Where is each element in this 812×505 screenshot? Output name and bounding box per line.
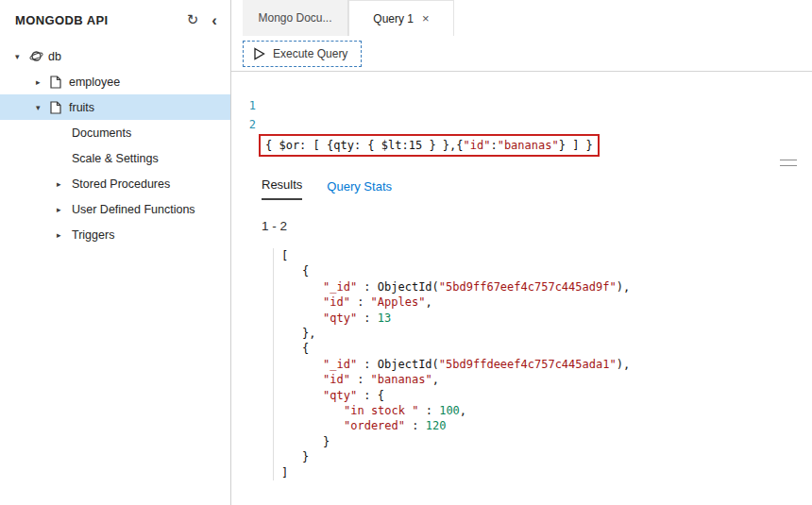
main-panel: Mongo Docu...Query 1× Execute Query 1 2 …: [231, 0, 812, 505]
tree-item-label: db: [48, 50, 61, 63]
splitter-grip-icon[interactable]: [780, 160, 797, 166]
json-segment-plain: [: [281, 249, 288, 262]
json-segment-key: "_id": [323, 358, 357, 371]
json-segment-string: "bananas": [371, 373, 432, 386]
tree-item-label: User Defined Functions: [72, 203, 195, 216]
json-line: "qty" : 13: [281, 311, 630, 326]
pane-splitter[interactable]: [231, 157, 812, 170]
json-segment-plain: ,: [425, 295, 431, 309]
json-result-view[interactable]: [{"_id" : ObjectId("5bd9ff67eef4c757c445…: [274, 248, 630, 480]
execute-query-label: Execute Query: [273, 47, 347, 60]
query-editor[interactable]: 1 2 { $or: [ {qty: { $lt:15 } },{"id":"b…: [231, 72, 812, 155]
results-tab-results[interactable]: Results: [262, 177, 302, 200]
json-segment-plain: :: [418, 404, 439, 417]
json-line: }: [281, 449, 630, 464]
chevron-collapsed-icon[interactable]: ▸: [57, 230, 71, 240]
chevron-expanded-icon[interactable]: ▾: [36, 103, 50, 112]
json-segment-plain: ,: [460, 404, 466, 417]
tab-mongo-docu[interactable]: Mongo Docu...: [243, 0, 348, 36]
tree-item-label: Documents: [72, 126, 131, 140]
json-line: }: [281, 434, 630, 449]
results-tab-query-stats[interactable]: Query Stats: [327, 179, 392, 200]
json-line: ]: [281, 465, 630, 480]
database-icon: [29, 49, 47, 63]
json-segment-plain: :: [357, 311, 378, 325]
json-segment-plain: }: [323, 435, 330, 448]
query-segment: :: [490, 139, 497, 152]
json-segment-number: 100: [439, 404, 460, 417]
json-line: "id" : "Apples",: [281, 295, 630, 310]
chevron-collapsed-icon[interactable]: ▸: [57, 205, 71, 214]
json-segment-string: "5bd9ffdeeef4c757c445ada1": [439, 358, 617, 371]
sidebar-header-icons: ↻ ‹: [187, 11, 217, 28]
tab-label: Query 1: [373, 12, 414, 25]
json-line: "_id" : ObjectId("5bd9ff67eef4c757c445ad…: [281, 279, 630, 295]
json-segment-plain: ,: [432, 373, 439, 386]
json-segment-key: "ordered": [344, 419, 405, 432]
json-line: "id" : "bananas",: [281, 372, 630, 387]
json-line: "in stock " : 100,: [281, 403, 630, 418]
tree-item-label: employee: [69, 76, 120, 89]
tree-item-stored-procedures[interactable]: ▸Stored Procedures: [0, 171, 230, 196]
json-segment-number: 120: [426, 419, 447, 432]
query-text-highlight-box[interactable]: { $or: [ {qty: { $lt:15 } },{"id":"banan…: [259, 134, 600, 157]
json-segment-plain: :: [350, 373, 371, 386]
json-segment-plain: ),: [617, 358, 630, 371]
json-line: "ordered" : 120: [281, 418, 630, 433]
json-line: "_id" : ObjectId("5bd9ffdeeef4c757c445ad…: [281, 357, 630, 372]
play-icon: [253, 47, 265, 60]
collapse-sidebar-icon[interactable]: ‹: [211, 12, 217, 28]
results-json-panel: [{"_id" : ObjectId("5bd9ff67eef4c757c445…: [262, 248, 801, 480]
tree-item-documents[interactable]: Documents: [0, 120, 230, 145]
json-line: "qty" : {: [281, 388, 630, 403]
query-segment: "id": [464, 139, 491, 152]
json-segment-plain: ),: [617, 280, 630, 294]
close-tab-icon[interactable]: ×: [422, 12, 430, 25]
tree-item-scale-settings[interactable]: Scale & Settings: [0, 145, 230, 171]
query-toolbar: Execute Query: [231, 36, 812, 72]
json-segment-plain: : {: [357, 389, 384, 402]
resource-tree: ▾db▸employee▾fruitsDocumentsScale & Sett…: [0, 43, 230, 247]
json-segment-plain: :: [350, 295, 371, 309]
json-segment-plain: {: [302, 264, 309, 278]
json-segment-plain: ]: [281, 466, 288, 480]
editor-code-area[interactable]: { $or: [ {qty: { $lt:15 } },{"id":"banan…: [265, 96, 600, 155]
tree-item-db[interactable]: ▾db: [0, 43, 230, 69]
json-line: },: [281, 326, 630, 341]
sidebar-header: MONGODB API ↻ ‹: [0, 0, 230, 38]
query-segment: } ] }: [559, 139, 593, 152]
document-tabbar: Mongo Docu...Query 1×: [231, 0, 812, 36]
json-segment-plain: }: [302, 450, 309, 463]
tree-item-triggers[interactable]: ▸Triggers: [0, 222, 230, 247]
chevron-expanded-icon[interactable]: ▾: [15, 52, 29, 61]
chevron-collapsed-icon[interactable]: ▸: [36, 77, 50, 87]
tab-label: Mongo Docu...: [258, 11, 331, 25]
refresh-icon[interactable]: ↻: [187, 11, 199, 28]
json-segment-plain: :: [405, 419, 426, 432]
chevron-collapsed-icon[interactable]: ▸: [57, 179, 71, 189]
execute-query-button[interactable]: Execute Query: [243, 41, 362, 67]
tree-item-label: Stored Procedures: [72, 177, 170, 191]
json-segment-key: "id": [323, 295, 350, 309]
json-segment-key: "_id": [323, 280, 357, 294]
tree-item-fruits[interactable]: ▾fruits: [0, 94, 230, 120]
editor-line-numbers: 1 2: [231, 96, 256, 155]
tree-item-label: Triggers: [72, 228, 114, 242]
json-line: [: [281, 248, 630, 263]
collection-icon: [50, 101, 68, 114]
tab-query-1[interactable]: Query 1×: [348, 0, 454, 36]
query-segment: { $or: [ {qty: { $lt:15 } },{: [265, 139, 464, 152]
json-segment-string: "5bd9ff67eef4c757c445ad9f": [439, 280, 617, 294]
json-line: {: [281, 263, 630, 278]
line-number: 1: [231, 96, 256, 115]
tree-item-employee[interactable]: ▸employee: [0, 69, 230, 94]
query-segment: "bananas": [498, 139, 559, 152]
json-gutter: [262, 248, 274, 480]
json-segment-key: "in stock ": [344, 404, 418, 417]
sidebar-title: MONGODB API: [15, 13, 109, 27]
json-segment-key: "qty": [323, 389, 357, 402]
json-segment-key: "id": [323, 373, 350, 386]
line-number: 2: [231, 115, 256, 134]
app-window: MONGODB API ↻ ‹ ▾db▸employee▾fruitsDocum…: [0, 0, 812, 505]
tree-item-user-defined-functions[interactable]: ▸User Defined Functions: [0, 196, 230, 222]
